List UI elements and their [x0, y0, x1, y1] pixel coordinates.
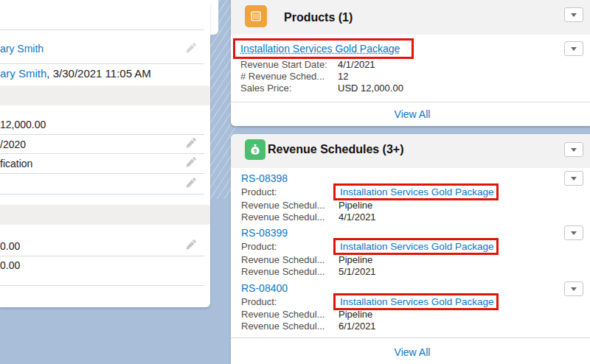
salesforce-record-page: ary Smith ary Smith, 3/30/2021 11:05 AM …: [0, 0, 590, 364]
field-label: Product:: [241, 186, 277, 198]
field-label: Revenue Schedul...: [241, 254, 324, 266]
product-link[interactable]: Installation Services Gold Package: [336, 186, 494, 197]
secondary-amount-value: 0.00: [0, 259, 20, 271]
products-card-title: Products (1): [284, 11, 353, 24]
field-value: 4/1/2021: [339, 211, 376, 223]
field-label: Product:: [241, 296, 277, 308]
field-divider: [0, 29, 204, 30]
revenue-item-menu-button[interactable]: [564, 171, 583, 186]
close-date-value: /2020: [0, 139, 26, 150]
stage-value: fication: [0, 158, 32, 169]
highlight-box: Installation Services Gold Package: [233, 38, 414, 59]
highlight-box: Installation Services Gold Package: [333, 293, 499, 310]
field-divider: [0, 134, 204, 135]
field-value: 12: [338, 71, 348, 83]
field-label: Revenue Schedul...: [241, 211, 324, 223]
field-divider: [0, 63, 204, 64]
pencil-icon[interactable]: [185, 177, 197, 189]
revenue-card-menu-button[interactable]: [564, 142, 583, 157]
field-label: Sales Price:: [240, 83, 291, 94]
revenue-schedule-link[interactable]: RS-08398: [241, 172, 288, 184]
field-value: 6/1/2021: [339, 321, 376, 332]
products-view-all-link[interactable]: View All: [231, 108, 590, 120]
field-value: 5/1/2021: [339, 266, 376, 278]
pencil-icon[interactable]: [185, 42, 197, 54]
revenue-item-menu-button[interactable]: [564, 281, 583, 296]
product-box-icon: [245, 5, 267, 27]
chevron-down-icon: [571, 177, 577, 181]
pencil-icon[interactable]: [185, 156, 197, 168]
revenue-schedules-related-list-card: $ Revenue Schedules (3+) RS-08398 Produc…: [231, 134, 590, 364]
amount-value: 12,000.00: [0, 119, 46, 130]
field-divider: [0, 285, 204, 286]
field-label: Revenue Schedul...: [241, 266, 324, 278]
pencil-icon[interactable]: [185, 239, 197, 251]
field-value: Pipeline: [339, 254, 372, 266]
modified-date-text: , 3/30/2021 11:05 AM: [46, 67, 151, 80]
field-value: 4/1/2021: [338, 59, 375, 71]
money-bag-icon: $: [245, 139, 266, 160]
products-related-list-card: Products (1) Installation Services Gold …: [231, 0, 590, 126]
chevron-down-icon: [571, 287, 577, 291]
chevron-down-icon: [571, 231, 577, 235]
field-value: USD 12,000.00: [338, 83, 403, 94]
highlight-box: Installation Services Gold Package: [333, 238, 499, 255]
highlight-box: Installation Services Gold Package: [333, 183, 499, 200]
field-value: Pipeline: [339, 200, 372, 211]
card-footer-divider: [231, 337, 590, 338]
revenue-view-all-link[interactable]: View All: [231, 346, 590, 358]
field-value: Pipeline: [339, 309, 372, 321]
product-link[interactable]: Installation Services Gold Package: [336, 296, 494, 307]
modified-by-link[interactable]: ary Smith: [0, 67, 46, 80]
card-footer-divider: [231, 102, 590, 102]
field-label: Revenue Schedul...: [241, 309, 324, 321]
expected-amount-value: 0.00: [0, 240, 20, 252]
product-link[interactable]: Installation Services Gold Package: [336, 241, 494, 252]
chevron-down-icon: [571, 47, 577, 51]
chevron-down-icon: [571, 13, 577, 17]
field-divider: [0, 256, 204, 256]
owner-link[interactable]: ary Smith: [0, 43, 44, 55]
field-label: Revenue Schedul...: [241, 200, 324, 211]
field-label: # Revenue Sched...: [240, 71, 324, 83]
pencil-icon[interactable]: [185, 137, 197, 149]
section-header-bar[interactable]: [0, 205, 210, 225]
field-label: Revenue Start Date:: [240, 59, 327, 71]
field-label: Product:: [241, 241, 277, 253]
revenue-schedule-link[interactable]: RS-08400: [241, 282, 288, 294]
products-card-menu-button[interactable]: [564, 7, 583, 22]
section-header-bar[interactable]: [0, 85, 210, 105]
field-label: Revenue Schedul...: [241, 321, 324, 332]
field-divider: [0, 153, 204, 154]
last-modified-field: ary Smith, 3/30/2021 11:05 AM: [0, 67, 151, 80]
revenue-card-title: Revenue Schedules (3+): [268, 143, 404, 156]
chevron-down-icon: [571, 148, 577, 152]
product-row-menu-button[interactable]: [564, 41, 583, 56]
product-link[interactable]: Installation Services Gold Package: [235, 43, 400, 55]
revenue-schedule-link[interactable]: RS-08399: [241, 227, 288, 239]
field-divider: [0, 173, 204, 174]
field-divider: [0, 194, 204, 195]
revenue-item-menu-button[interactable]: [564, 225, 583, 240]
record-detail-panel: ary Smith ary Smith, 3/30/2021 11:05 AM …: [0, 0, 210, 307]
